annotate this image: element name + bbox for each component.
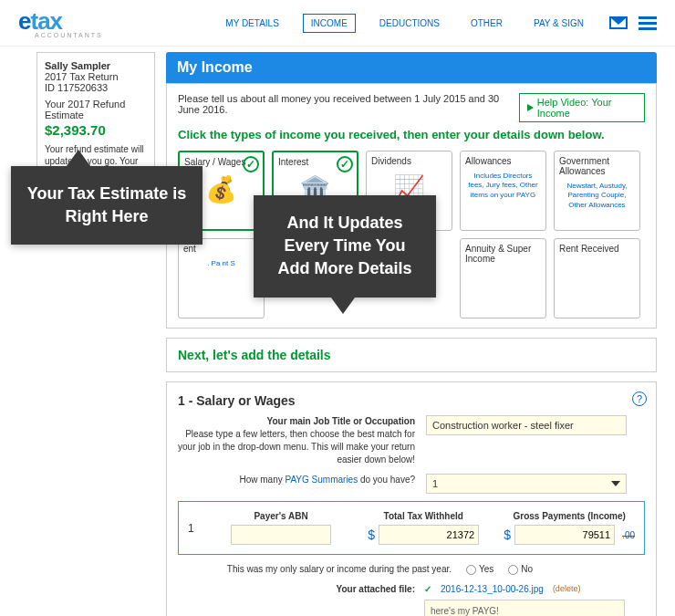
job-title-label: Your main Job Title or Occupation Please… <box>178 415 415 466</box>
payg-summaries-link[interactable]: PAYG Summaries <box>286 475 358 485</box>
tile-rent-received[interactable]: Rent Received <box>554 238 640 318</box>
callout-updates: And It Updates Every Time You Add More D… <box>254 195 436 298</box>
tax-year: 2017 Tax Return <box>45 71 147 82</box>
abn-input[interactable] <box>231 525 331 545</box>
refund-value: $2,393.70 <box>45 122 147 138</box>
play-icon <box>527 104 534 111</box>
nav-other[interactable]: OTHER <box>463 15 510 32</box>
callout-tax-estimate: Your Tax Estimate is Right Here <box>11 166 202 245</box>
cents-suffix: .00 <box>622 530 635 540</box>
dollar-icon: $ <box>368 527 375 542</box>
user-id: ID 117520633 <box>45 82 147 93</box>
tax-withheld-input[interactable] <box>379 525 479 545</box>
attached-file-label: Your attached file: <box>178 584 415 594</box>
dollar-icon: $ <box>504 527 511 542</box>
logo[interactable]: etax ACCOUNTANTS <box>18 7 103 38</box>
job-title-input[interactable]: Construction worker - steel fixer <box>426 415 627 435</box>
check-icon <box>337 156 353 172</box>
refund-label: Your 2017 Refund Estimate <box>45 99 147 120</box>
section-salary-wages: ? 1 - Salary or Wages Your main Job Titl… <box>166 381 657 616</box>
tile-subtext: Includes Directors fees, Jury fees, Othe… <box>465 172 541 200</box>
help-icon[interactable]: ? <box>632 392 647 406</box>
payg-summary-box: 1 Payer's ABN Total Tax Withheld $ Gross… <box>178 501 645 555</box>
file-comment-textarea[interactable]: here's my PAYG! <box>424 600 625 616</box>
delete-file-link[interactable]: (delete) <box>553 584 581 593</box>
tile-subtext: Newstart, Austudy, Parenting Couple, Oth… <box>559 182 635 210</box>
next-details-heading: Next, let's add the details <box>166 338 657 372</box>
nav-income[interactable]: INCOME <box>303 14 356 33</box>
checkmark-icon: ✓ <box>424 584 431 594</box>
nav-my-details[interactable]: MY DETAILS <box>218 15 286 32</box>
tile-subtext: . Pa nt S <box>183 259 259 268</box>
help-video-button[interactable]: Help Video: Your Income <box>519 93 645 122</box>
nav-pay-sign[interactable]: PAY & SIGN <box>526 15 591 32</box>
user-name: Sally Sampler <box>45 60 110 71</box>
app-header: etax ACCOUNTANTS MY DETAILS INCOME DEDUC… <box>0 0 675 47</box>
tax-withheld-header: Total Tax Withheld <box>384 511 463 521</box>
tile-gov-allowances[interactable]: Government Allowances Newstart, Austudy,… <box>554 151 640 231</box>
logo-subtitle: ACCOUNTANTS <box>35 32 103 38</box>
intro-text: Please tell us about all money you recei… <box>178 93 519 115</box>
instruction-text: Click the types of income you received, … <box>178 128 645 141</box>
section-title: 1 - Salary or Wages <box>178 393 645 408</box>
only-salary-label: This was my only salary or income during… <box>178 564 452 574</box>
check-icon <box>243 156 259 172</box>
tile-allowances[interactable]: Allowances Includes Directors fees, Jury… <box>460 151 546 231</box>
attached-file-link[interactable]: 2016-12-13_10-00-26.jpg <box>441 584 544 594</box>
payg-count-select[interactable]: 1 <box>426 474 627 494</box>
gross-header: Gross Payments (Income) <box>513 511 625 521</box>
menu-icon[interactable] <box>639 14 657 33</box>
tile-row2-a[interactable]: ent . Pa nt S <box>178 238 265 318</box>
only-salary-yes[interactable]: Yes <box>466 564 493 575</box>
top-nav: MY DETAILS INCOME DEDUCTIONS OTHER PAY &… <box>218 14 591 33</box>
gross-input[interactable] <box>514 525 615 545</box>
chevron-down-icon <box>611 481 620 486</box>
abn-header: Payer's ABN <box>254 511 307 521</box>
payg-count-label: How many PAYG Summaries do you have? <box>178 474 415 486</box>
mail-icon[interactable] <box>609 16 628 29</box>
page-title: My Income <box>166 52 657 83</box>
nav-deductions[interactable]: DEDUCTIONS <box>372 15 447 32</box>
payg-row-number: 1 <box>188 522 201 535</box>
only-salary-no[interactable]: No <box>508 564 533 575</box>
tile-annuity-super[interactable]: Annuity & Super Income <box>460 238 546 318</box>
